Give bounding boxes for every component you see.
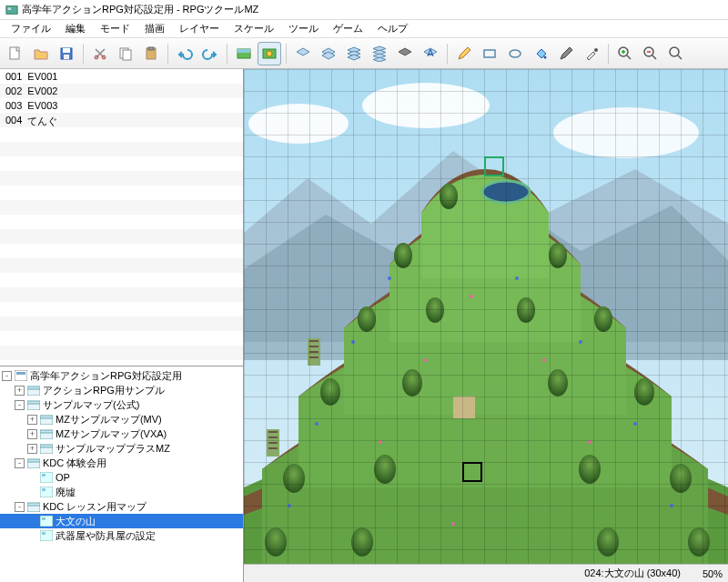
tree-item[interactable]: 武器屋や防具屋の設定 — [0, 528, 243, 543]
undo-button[interactable] — [173, 42, 197, 65]
collapse-icon[interactable]: - — [15, 400, 25, 410]
tree-label: 高学年アクションRPG対応設定用 — [30, 369, 182, 383]
tree-label: 廃墟 — [56, 486, 76, 499]
redo-button[interactable] — [198, 42, 222, 65]
collapse-icon[interactable]: - — [15, 502, 25, 512]
copy-button[interactable] — [114, 42, 137, 65]
tree-item[interactable]: OP — [0, 470, 243, 485]
map-viewport[interactable] — [244, 69, 728, 564]
event-selection-box-2[interactable] — [462, 462, 482, 482]
collapse-icon[interactable]: - — [15, 458, 25, 468]
event-mode-button[interactable] — [258, 42, 281, 65]
title-bar: 高学年アクションRPG対応設定用 - RPGツクールMZ — [0, 0, 728, 20]
zoom-in-button[interactable] — [613, 42, 637, 65]
tree-item[interactable]: +MZサンプルマップ(MV) — [0, 412, 243, 426]
tree-label: サンプルマッププラスMZ — [56, 442, 170, 456]
zoom-out-button[interactable] — [639, 42, 662, 65]
svg-rect-9 — [123, 50, 131, 60]
event-row[interactable]: 003EV003 — [0, 98, 243, 113]
folder-icon — [40, 443, 53, 454]
new-file-button[interactable] — [4, 42, 27, 65]
project-icon — [15, 370, 27, 381]
layer-shadow-button[interactable] — [393, 42, 417, 65]
layer-auto-button[interactable]: A — [419, 42, 442, 65]
svg-rect-43 — [27, 506, 40, 512]
expand-icon[interactable]: + — [15, 386, 25, 396]
svg-point-18 — [510, 50, 521, 57]
folder-icon — [27, 501, 40, 512]
rect-button[interactable] — [478, 42, 501, 65]
svg-rect-46 — [40, 530, 53, 541]
tree-label: サンプルマップ(公式) — [43, 398, 139, 412]
svg-point-19 — [544, 55, 547, 58]
shadowpen-button[interactable] — [554, 42, 578, 65]
tree-spacer — [27, 473, 37, 483]
eyedropper-button[interactable] — [580, 42, 603, 65]
menu-edit[interactable]: 編集 — [58, 20, 93, 37]
svg-rect-11 — [148, 47, 154, 50]
event-row[interactable]: 002EV002 — [0, 84, 243, 98]
tree-label: アクションRPG用サンプル — [43, 384, 165, 397]
folder-icon — [27, 399, 40, 410]
svg-rect-45 — [42, 517, 46, 520]
left-panel: 001EV001002EV002003EV003004てんぐ -高学年アクション… — [0, 69, 244, 582]
menu-scale[interactable]: スケール — [227, 20, 281, 37]
svg-rect-24 — [15, 370, 27, 381]
svg-rect-25 — [16, 372, 25, 375]
tree-label: 大文の山 — [56, 515, 96, 528]
expand-icon[interactable]: + — [27, 444, 37, 454]
layer3-button[interactable] — [342, 42, 366, 65]
svg-rect-44 — [40, 516, 53, 527]
paste-button[interactable] — [139, 42, 163, 65]
tree-item[interactable]: 廃墟 — [0, 485, 243, 499]
expand-icon[interactable]: + — [27, 415, 37, 425]
svg-rect-33 — [40, 433, 53, 439]
zoom-actual-button[interactable] — [664, 42, 688, 65]
svg-rect-41 — [42, 488, 46, 491]
ellipse-button[interactable] — [503, 42, 527, 65]
map-tree[interactable]: -高学年アクションRPG対応設定用+アクションRPG用サンプル-サンプルマップ(… — [0, 366, 243, 582]
layer2-button[interactable] — [317, 42, 340, 65]
menu-help[interactable]: ヘルプ — [370, 20, 415, 37]
map-canvas-area: 024:大文の山 (30x40) 50% — [244, 69, 728, 582]
menu-draw[interactable]: 描画 — [137, 20, 172, 37]
collapse-icon[interactable]: - — [2, 371, 12, 381]
menu-file[interactable]: ファイル — [4, 20, 58, 37]
menu-tools[interactable]: ツール — [281, 20, 326, 37]
tree-spacer — [27, 487, 37, 497]
expand-icon[interactable]: + — [27, 429, 37, 439]
tree-item[interactable]: +MZサンプルマップ(VXA) — [0, 426, 243, 441]
layer1-button[interactable] — [291, 42, 315, 65]
svg-rect-5 — [64, 55, 69, 59]
map-mode-button[interactable] — [232, 42, 256, 65]
tree-item[interactable]: +アクションRPG用サンプル — [0, 383, 243, 397]
svg-rect-1 — [8, 7, 12, 10]
tree-spacer — [27, 517, 37, 527]
svg-rect-38 — [40, 472, 53, 483]
menu-layer[interactable]: レイヤー — [172, 20, 227, 37]
tree-item[interactable]: +サンプルマッププラスMZ — [0, 441, 243, 456]
svg-rect-13 — [238, 49, 250, 53]
pencil-button[interactable] — [452, 42, 476, 65]
svg-rect-47 — [42, 532, 46, 535]
fill-button[interactable] — [529, 42, 552, 65]
menu-game[interactable]: ゲーム — [326, 20, 370, 37]
status-mapinfo: 024:大文の山 (30x40) — [584, 567, 681, 580]
save-file-button[interactable] — [55, 42, 78, 65]
tree-item[interactable]: -サンプルマップ(公式) — [0, 397, 243, 412]
tree-item[interactable]: 大文の山 — [0, 514, 243, 528]
menu-mode[interactable]: モード — [93, 20, 137, 37]
event-row[interactable]: 004てんぐ — [0, 113, 243, 127]
layer4-button[interactable] — [368, 42, 391, 65]
tree-item[interactable]: -KDC レッスン用マップ — [0, 499, 243, 514]
event-selection-box-1[interactable] — [484, 156, 504, 176]
event-row[interactable]: 001EV001 — [0, 69, 243, 84]
cut-button[interactable] — [88, 42, 112, 65]
tree-item[interactable]: -高学年アクションRPG対応設定用 — [0, 368, 243, 383]
tree-item[interactable]: -KDC 体験会用 — [0, 456, 243, 470]
event-list[interactable]: 001EV001002EV002003EV003004てんぐ — [0, 69, 243, 366]
svg-rect-4 — [63, 48, 70, 53]
folder-icon — [27, 385, 40, 396]
open-file-button[interactable] — [29, 42, 53, 65]
status-zoom: 50% — [703, 568, 723, 579]
